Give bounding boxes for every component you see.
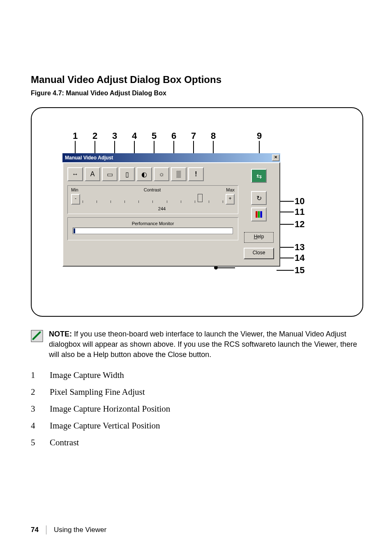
svg-rect-2 xyxy=(260,211,262,218)
slider-increment-button[interactable]: + xyxy=(226,194,235,205)
legend-item: 1Image Capture Width xyxy=(31,370,363,380)
slider-panel: Min Contrast Max - xyxy=(67,185,238,214)
slider-min-label: Min xyxy=(71,187,78,192)
legend-num: 5 xyxy=(31,438,38,448)
horizontal-pos-icon[interactable]: ▭ xyxy=(102,167,118,181)
note-body: If you use theon-board web interface to … xyxy=(49,330,357,359)
slider-max-label: Max xyxy=(226,187,235,192)
legend-text: Contrast xyxy=(50,438,79,448)
legend-item: 4Image Capture Vertical Position xyxy=(31,421,363,431)
figure-frame: 1 2 3 4 5 6 7 8 9 10 11 12 13 14 15 xyxy=(31,107,363,317)
figure-caption: Figure 4.7: Manual Video Adjust Dialog B… xyxy=(31,90,363,97)
dialog: Manual Video Adjust ✕ ↔ A ▭ ▯ ◐ ☼ ▒ xyxy=(62,153,280,267)
callout-5: 5 xyxy=(152,131,157,141)
help-button[interactable]: Help xyxy=(244,232,274,243)
callout-7: 7 xyxy=(191,131,196,141)
width-icon[interactable]: ↔ xyxy=(67,167,83,181)
vertical-pos-icon[interactable]: ▯ xyxy=(119,167,135,181)
legend-list: 1Image Capture Width 2Pixel Sampling Fin… xyxy=(31,370,363,448)
callout-10: 10 xyxy=(295,196,304,207)
note-icon xyxy=(31,330,43,342)
legend-item: 3Image Capture Horizontal Position xyxy=(31,404,363,414)
legend-text: Image Capture Horizontal Position xyxy=(50,404,170,414)
brightness-icon[interactable]: ☼ xyxy=(154,167,169,181)
titlebar[interactable]: Manual Video Adjust ✕ xyxy=(62,153,280,162)
legend-item: 5Contrast xyxy=(31,438,363,448)
callout-9: 9 xyxy=(257,131,262,141)
svg-rect-1 xyxy=(258,211,260,218)
legend-num: 2 xyxy=(31,387,38,397)
callout-line xyxy=(277,270,294,271)
performance-bar xyxy=(73,228,233,234)
slider-decrement-button[interactable]: - xyxy=(71,194,80,205)
legend-text: Image Capture Vertical Position xyxy=(50,421,160,431)
performance-label: Performance Monitor xyxy=(73,221,233,226)
toolbar: ↔ A ▭ ▯ ◐ ☼ ▒ ! xyxy=(67,167,238,181)
callout-line xyxy=(218,267,235,268)
callout-14: 14 xyxy=(295,253,304,263)
callout-11: 11 xyxy=(295,207,304,217)
note-text: NOTE: If you use theon-board web interfa… xyxy=(49,329,363,360)
auto-adjust-icon[interactable]: ⇆ xyxy=(251,169,267,183)
chapter-title: Using the Viewer xyxy=(54,526,106,534)
legend-num: 3 xyxy=(31,404,38,414)
svg-rect-0 xyxy=(256,211,258,218)
noise-icon[interactable]: ▒ xyxy=(171,167,187,181)
legend-num: 1 xyxy=(31,370,38,380)
close-icon[interactable]: ✕ xyxy=(272,154,279,161)
callout-3: 3 xyxy=(112,131,117,141)
callout-13: 13 xyxy=(295,242,304,253)
page-footer: 74 Using the Viewer xyxy=(31,525,106,534)
callout-2: 2 xyxy=(92,131,97,141)
callout-12: 12 xyxy=(295,219,304,230)
callout-1: 1 xyxy=(73,131,78,141)
legend-text: Image Capture Width xyxy=(50,370,124,380)
callout-15: 15 xyxy=(295,265,304,276)
note-block: NOTE: If you use theon-board web interfa… xyxy=(31,329,363,360)
refresh-icon[interactable]: ↻ xyxy=(251,191,267,205)
performance-panel: Performance Monitor xyxy=(67,217,238,240)
contrast-icon[interactable]: ◐ xyxy=(136,167,152,181)
slider-thumb[interactable] xyxy=(198,194,203,202)
note-label: NOTE: xyxy=(49,330,72,338)
fine-adjust-icon[interactable]: A xyxy=(85,167,100,181)
dialog-body: ↔ A ▭ ▯ ◐ ☼ ▒ ! Min Contrast xyxy=(62,162,280,267)
slider-track[interactable] xyxy=(83,193,223,205)
priority-icon[interactable]: ! xyxy=(188,167,204,181)
slider-name: Contrast xyxy=(144,187,161,192)
legend-num: 4 xyxy=(31,421,38,431)
page-number: 74 xyxy=(31,526,39,534)
callout-6: 6 xyxy=(171,131,176,141)
legend-text: Pixel Sampling Fine Adjust xyxy=(50,387,145,397)
color-bars-icon[interactable] xyxy=(251,207,267,221)
slider-value: 244 xyxy=(89,206,235,211)
legend-item: 2Pixel Sampling Fine Adjust xyxy=(31,387,363,397)
close-button[interactable]: Close xyxy=(244,248,274,259)
callout-4: 4 xyxy=(132,131,137,141)
section-heading: Manual Video Adjust Dialog Box Options xyxy=(31,74,363,85)
dialog-title: Manual Video Adjust xyxy=(65,155,113,161)
footer-divider xyxy=(46,525,46,534)
callout-8: 8 xyxy=(211,131,216,141)
